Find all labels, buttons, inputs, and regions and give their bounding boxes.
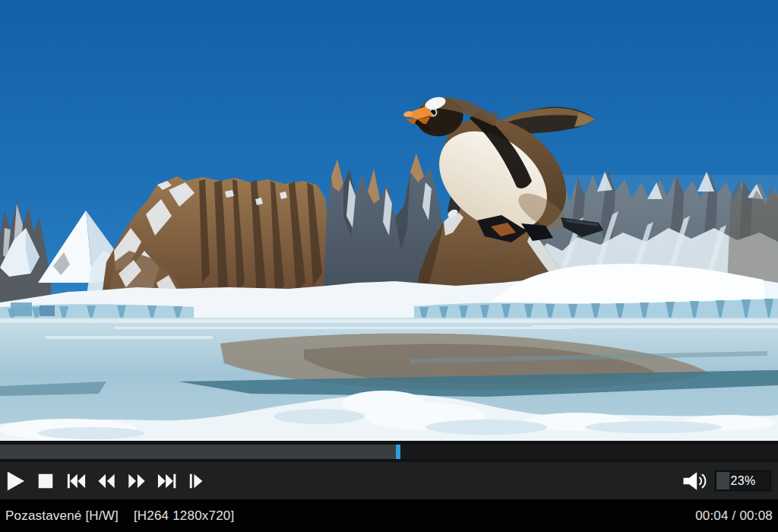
rewind-button[interactable] bbox=[91, 462, 122, 499]
status-codec: [H264 1280x720] bbox=[134, 508, 235, 524]
seek-thumb[interactable] bbox=[396, 445, 400, 459]
skip-back-icon bbox=[66, 471, 86, 491]
status-bar: Pozastavené [H/W] [H264 1280x720] 00:04 … bbox=[0, 499, 778, 532]
frame-step-icon bbox=[188, 471, 207, 491]
transport-toolbar: 23% bbox=[0, 462, 778, 499]
video-display[interactable] bbox=[0, 0, 778, 441]
volume-slider[interactable]: 23% bbox=[715, 470, 771, 491]
skip-forward-button[interactable] bbox=[152, 462, 182, 499]
status-time: 00:04 / 00:08 bbox=[695, 508, 773, 524]
volume-controls: 23% bbox=[682, 470, 778, 492]
fast-forward-icon bbox=[127, 471, 147, 491]
seek-bar[interactable] bbox=[0, 441, 778, 462]
skip-forward-icon bbox=[157, 471, 177, 491]
status-state: Pozastavené [H/W] bbox=[5, 508, 119, 524]
seek-progress bbox=[0, 445, 397, 459]
seek-track[interactable] bbox=[0, 445, 778, 459]
stop-button[interactable] bbox=[30, 462, 61, 499]
frame-step-button[interactable] bbox=[182, 462, 213, 499]
stop-icon bbox=[36, 471, 55, 491]
rewind-icon bbox=[96, 471, 116, 491]
skip-back-button[interactable] bbox=[61, 462, 91, 499]
video-frame-art bbox=[0, 0, 778, 441]
speaker-icon[interactable] bbox=[682, 470, 710, 492]
media-player-window: 23% Pozastavené [H/W] [H264 1280x720] 00… bbox=[0, 0, 778, 532]
play-icon bbox=[5, 470, 26, 492]
play-button[interactable] bbox=[0, 462, 30, 499]
volume-percent-label: 23% bbox=[716, 471, 770, 490]
fast-forward-button[interactable] bbox=[122, 462, 152, 499]
